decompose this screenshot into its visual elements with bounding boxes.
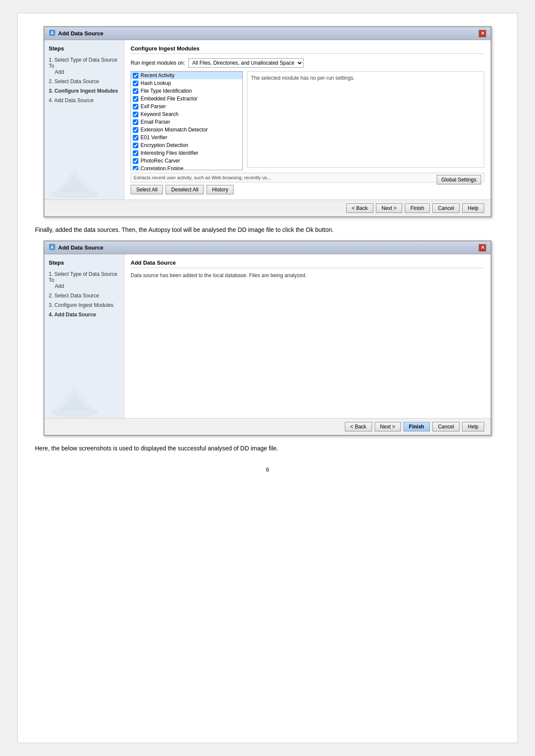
d2-step-4: 4. Add Data Source (49, 311, 119, 319)
module-email-parser-checkbox[interactable] (133, 119, 138, 125)
module-recent-activity-label: Recent Activity (141, 72, 175, 78)
step-2: 2. Select Data Source (49, 78, 119, 85)
module-interesting-files-label: Interesting Files Identifier (141, 150, 198, 156)
dialog2-titlebar: A Add Data Source ✕ (44, 241, 491, 254)
module-correlation-engine[interactable]: Correlation Engine (131, 165, 242, 170)
svg-text:A: A (50, 31, 53, 35)
module-interesting-files[interactable]: Interesting Files Identifier (131, 149, 242, 157)
dialog2-body: Steps 1. Select Type of Data Source ToAd… (44, 254, 491, 418)
back-button-2[interactable]: < Back (345, 422, 372, 431)
module-encryption-detection[interactable]: Encryption Detection (131, 141, 242, 149)
module-photorec-carver-checkbox[interactable] (133, 158, 138, 164)
dialog-add-data-source: A Add Data Source ✕ Steps 1. Select Type… (44, 241, 491, 436)
module-photorec-carver-label: PhotoRec Carver (141, 158, 180, 164)
paragraph-2: Here, the below screenshots is used to d… (35, 444, 500, 453)
module-encryption-detection-label: Encryption Detection (141, 142, 188, 148)
run-on-dropdown[interactable]: All Files, Directories, and Unallocated … (188, 58, 303, 68)
finish-button-2[interactable]: Finish (404, 422, 430, 431)
dialog2-steps-list: 1. Select Type of Data Source ToAdd 2. S… (49, 270, 119, 319)
dialog1-footer: < Back Next > Finish Cancel Help (44, 200, 491, 216)
deselect-all-button[interactable]: Deselect All (166, 185, 204, 194)
next-button-2[interactable]: Next > (375, 422, 401, 431)
module-interesting-files-checkbox[interactable] (133, 150, 138, 156)
dialog1-main-panel: Configure Ingest Modules Run ingest modu… (124, 40, 491, 200)
add-data-message: Data source has been added to the local … (131, 272, 484, 278)
page-number: 6 (35, 466, 500, 473)
module-hash-lookup-checkbox[interactable] (133, 81, 138, 86)
history-button[interactable]: History (206, 185, 234, 194)
dialog2-watermark (49, 382, 119, 418)
step-4: 4. Add Data Source (49, 97, 119, 104)
module-e01-verifier-checkbox[interactable] (133, 135, 138, 141)
paragraph-1: Finally, added the data sources. Then, t… (35, 225, 500, 234)
dialog1-section-title: Configure Ingest Modules (131, 45, 484, 54)
dialog1-steps-title: Steps (49, 45, 119, 52)
settings-info-text: The selected module has no per-run setti… (247, 71, 484, 168)
svg-text:A: A (50, 245, 53, 250)
settings-right-panel: The selected module has no per-run setti… (247, 71, 484, 170)
module-email-parser-label: Email Parser (141, 119, 170, 125)
module-keyword-search-label: Keyword Search (141, 111, 178, 117)
module-file-type[interactable]: File Type Identification (131, 87, 242, 95)
module-exif-parser-label: Exif Parser (141, 103, 166, 109)
cancel-button-1[interactable]: Cancel (432, 203, 460, 213)
module-embedded-file-checkbox[interactable] (133, 96, 138, 102)
module-extension-mismatch-checkbox[interactable] (133, 127, 138, 133)
help-button-1[interactable]: Help (462, 203, 484, 213)
module-embedded-file-label: Embedded File Extractor (141, 96, 197, 102)
step-1: 1. Select Type of Data Source ToAdd (49, 56, 119, 76)
run-on-row: Run ingest modules on: All Files, Direct… (131, 58, 484, 68)
module-encryption-detection-checkbox[interactable] (133, 143, 138, 148)
module-recent-activity[interactable]: Recent Activity (131, 72, 242, 79)
d2-step-1: 1. Select Type of Data Source ToAdd (49, 270, 119, 290)
modules-buttons: Select All Deselect All History (131, 185, 484, 194)
help-button-2[interactable]: Help (462, 422, 484, 431)
dialog1-watermark (49, 164, 119, 200)
cancel-button-2[interactable]: Cancel (432, 422, 460, 431)
dialog1-title: Add Data Source (58, 30, 103, 37)
dialog2-close-button[interactable]: ✕ (479, 244, 486, 252)
select-all-button[interactable]: Select All (131, 185, 163, 194)
d2-step-2: 2. Select Data Source (49, 292, 119, 300)
module-extension-mismatch-label: Extension Mismatch Detector (141, 127, 208, 133)
dialog2-footer: < Back Next > Finish Cancel Help (44, 418, 491, 435)
dialog-configure-ingest: A Add Data Source ✕ Steps 1. Select Type… (44, 26, 491, 217)
run-on-label: Run ingest modules on: (131, 60, 185, 66)
module-exif-parser-checkbox[interactable] (133, 104, 138, 109)
dialog1-steps-list: 1. Select Type of Data Source ToAdd 2. S… (49, 56, 119, 104)
dialog1-body: Steps 1. Select Type of Data Source ToAd… (44, 40, 491, 200)
d2-step-3: 3. Configure Ingest Modules (49, 301, 119, 309)
module-keyword-search[interactable]: Keyword Search (131, 110, 242, 118)
dialog1-close-button[interactable]: ✕ (479, 30, 486, 37)
module-hash-lookup[interactable]: Hash Lookup (131, 79, 242, 87)
module-info-text: Extracts recent user activity, such as W… (134, 175, 271, 180)
module-e01-verifier[interactable]: E01 Verifier (131, 134, 242, 141)
content-split: Recent Activity Hash Lookup File Type Id… (131, 71, 484, 170)
back-button-1[interactable]: < Back (346, 203, 373, 213)
module-e01-verifier-label: E01 Verifier (141, 134, 167, 141)
modules-list-panel[interactable]: Recent Activity Hash Lookup File Type Id… (131, 71, 243, 170)
module-email-parser[interactable]: Email Parser (131, 118, 242, 126)
dialog1-steps-panel: Steps 1. Select Type of Data Source ToAd… (44, 40, 124, 200)
finish-button-1[interactable]: Finish (405, 203, 430, 213)
module-embedded-file[interactable]: Embedded File Extractor (131, 95, 242, 103)
module-recent-activity-checkbox[interactable] (133, 73, 138, 78)
dialog2-title: Add Data Source (58, 244, 103, 251)
dialog1-title-icon: A (49, 29, 56, 37)
module-extension-mismatch[interactable]: Extension Mismatch Detector (131, 126, 242, 134)
module-correlation-engine-checkbox[interactable] (133, 166, 138, 171)
module-file-type-checkbox[interactable] (133, 88, 138, 94)
module-keyword-search-checkbox[interactable] (133, 112, 138, 117)
dialog2-steps-title: Steps (49, 259, 119, 266)
module-exif-parser[interactable]: Exif Parser (131, 103, 242, 110)
module-correlation-engine-label: Correlation Engine (141, 166, 183, 170)
step-3: 3. Configure Ingest Modules (49, 87, 119, 95)
module-file-type-label: File Type Identification (141, 88, 192, 94)
dialog2-steps-panel: Steps 1. Select Type of Data Source ToAd… (44, 254, 124, 418)
next-button-1[interactable]: Next > (376, 203, 402, 213)
dialog2-main-panel: Add Data Source Data source has been add… (124, 254, 491, 418)
module-info-bar: Extracts recent user activity, such as W… (131, 173, 484, 182)
global-settings-button[interactable]: Global Settings (437, 175, 481, 184)
dialog2-section-title: Add Data Source (131, 259, 484, 268)
module-photorec-carver[interactable]: PhotoRec Carver (131, 157, 242, 165)
